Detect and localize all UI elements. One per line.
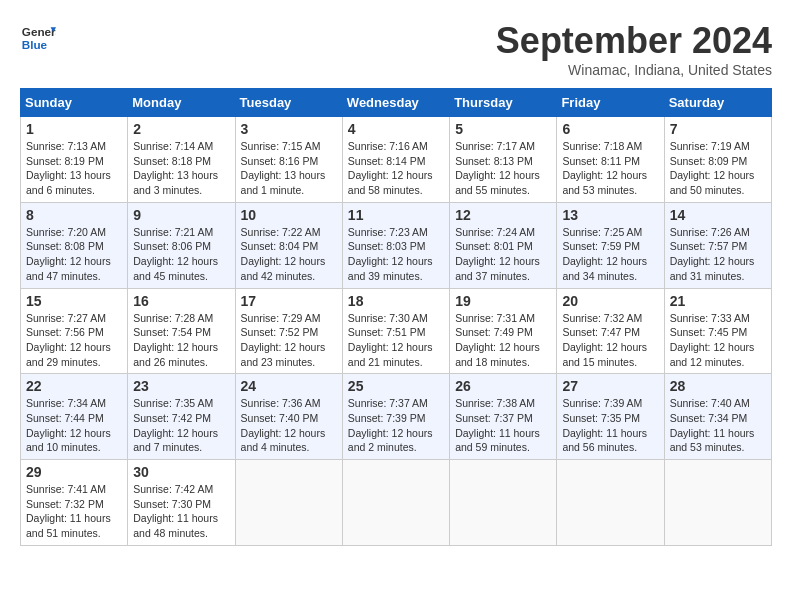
day-number: 1 xyxy=(26,121,122,137)
day-number: 26 xyxy=(455,378,551,394)
day-number: 4 xyxy=(348,121,444,137)
day-info: Sunrise: 7:17 AMSunset: 8:13 PMDaylight:… xyxy=(455,139,551,198)
calendar-cell: 27Sunrise: 7:39 AMSunset: 7:35 PMDayligh… xyxy=(557,374,664,460)
sunset-text: Sunset: 7:49 PM xyxy=(455,326,533,338)
daylight-text: Daylight: 12 hours and 42 minutes. xyxy=(241,255,326,282)
sunset-text: Sunset: 7:32 PM xyxy=(26,498,104,510)
day-info: Sunrise: 7:37 AMSunset: 7:39 PMDaylight:… xyxy=(348,396,444,455)
sunrise-text: Sunrise: 7:16 AM xyxy=(348,140,428,152)
sunrise-text: Sunrise: 7:13 AM xyxy=(26,140,106,152)
day-number: 13 xyxy=(562,207,658,223)
calendar-cell: 12Sunrise: 7:24 AMSunset: 8:01 PMDayligh… xyxy=(450,202,557,288)
calendar-day-header: Tuesday xyxy=(235,89,342,117)
sunrise-text: Sunrise: 7:17 AM xyxy=(455,140,535,152)
day-info: Sunrise: 7:34 AMSunset: 7:44 PMDaylight:… xyxy=(26,396,122,455)
sunrise-text: Sunrise: 7:32 AM xyxy=(562,312,642,324)
daylight-text: Daylight: 12 hours and 50 minutes. xyxy=(670,169,755,196)
calendar-week-row: 15Sunrise: 7:27 AMSunset: 7:56 PMDayligh… xyxy=(21,288,772,374)
calendar-day-header: Thursday xyxy=(450,89,557,117)
svg-text:Blue: Blue xyxy=(22,38,48,51)
day-number: 6 xyxy=(562,121,658,137)
day-number: 15 xyxy=(26,293,122,309)
day-info: Sunrise: 7:35 AMSunset: 7:42 PMDaylight:… xyxy=(133,396,229,455)
sunset-text: Sunset: 8:09 PM xyxy=(670,155,748,167)
calendar-cell xyxy=(664,460,771,546)
day-info: Sunrise: 7:18 AMSunset: 8:11 PMDaylight:… xyxy=(562,139,658,198)
calendar-cell: 3Sunrise: 7:15 AMSunset: 8:16 PMDaylight… xyxy=(235,117,342,203)
sunrise-text: Sunrise: 7:27 AM xyxy=(26,312,106,324)
daylight-text: Daylight: 12 hours and 2 minutes. xyxy=(348,427,433,454)
sunset-text: Sunset: 8:18 PM xyxy=(133,155,211,167)
sunrise-text: Sunrise: 7:21 AM xyxy=(133,226,213,238)
sunset-text: Sunset: 8:13 PM xyxy=(455,155,533,167)
sunrise-text: Sunrise: 7:18 AM xyxy=(562,140,642,152)
month-title: September 2024 xyxy=(496,20,772,62)
day-number: 27 xyxy=(562,378,658,394)
calendar-cell: 8Sunrise: 7:20 AMSunset: 8:08 PMDaylight… xyxy=(21,202,128,288)
day-number: 10 xyxy=(241,207,337,223)
day-number: 25 xyxy=(348,378,444,394)
calendar-cell: 11Sunrise: 7:23 AMSunset: 8:03 PMDayligh… xyxy=(342,202,449,288)
sunset-text: Sunset: 7:34 PM xyxy=(670,412,748,424)
day-number: 24 xyxy=(241,378,337,394)
day-info: Sunrise: 7:26 AMSunset: 7:57 PMDaylight:… xyxy=(670,225,766,284)
day-info: Sunrise: 7:24 AMSunset: 8:01 PMDaylight:… xyxy=(455,225,551,284)
day-number: 9 xyxy=(133,207,229,223)
sunset-text: Sunset: 7:35 PM xyxy=(562,412,640,424)
sunset-text: Sunset: 7:37 PM xyxy=(455,412,533,424)
day-number: 18 xyxy=(348,293,444,309)
sunset-text: Sunset: 7:59 PM xyxy=(562,240,640,252)
day-number: 21 xyxy=(670,293,766,309)
sunrise-text: Sunrise: 7:15 AM xyxy=(241,140,321,152)
day-info: Sunrise: 7:30 AMSunset: 7:51 PMDaylight:… xyxy=(348,311,444,370)
day-info: Sunrise: 7:22 AMSunset: 8:04 PMDaylight:… xyxy=(241,225,337,284)
daylight-text: Daylight: 12 hours and 55 minutes. xyxy=(455,169,540,196)
sunset-text: Sunset: 7:45 PM xyxy=(670,326,748,338)
sunrise-text: Sunrise: 7:41 AM xyxy=(26,483,106,495)
logo: General Blue xyxy=(20,20,56,56)
day-info: Sunrise: 7:13 AMSunset: 8:19 PMDaylight:… xyxy=(26,139,122,198)
day-info: Sunrise: 7:23 AMSunset: 8:03 PMDaylight:… xyxy=(348,225,444,284)
daylight-text: Daylight: 12 hours and 58 minutes. xyxy=(348,169,433,196)
day-info: Sunrise: 7:21 AMSunset: 8:06 PMDaylight:… xyxy=(133,225,229,284)
calendar-week-row: 22Sunrise: 7:34 AMSunset: 7:44 PMDayligh… xyxy=(21,374,772,460)
calendar-cell: 10Sunrise: 7:22 AMSunset: 8:04 PMDayligh… xyxy=(235,202,342,288)
day-number: 16 xyxy=(133,293,229,309)
day-number: 7 xyxy=(670,121,766,137)
day-info: Sunrise: 7:36 AMSunset: 7:40 PMDaylight:… xyxy=(241,396,337,455)
sunset-text: Sunset: 8:08 PM xyxy=(26,240,104,252)
day-number: 2 xyxy=(133,121,229,137)
sunrise-text: Sunrise: 7:33 AM xyxy=(670,312,750,324)
daylight-text: Daylight: 11 hours and 59 minutes. xyxy=(455,427,540,454)
sunrise-text: Sunrise: 7:14 AM xyxy=(133,140,213,152)
day-info: Sunrise: 7:41 AMSunset: 7:32 PMDaylight:… xyxy=(26,482,122,541)
daylight-text: Daylight: 12 hours and 7 minutes. xyxy=(133,427,218,454)
calendar-cell: 15Sunrise: 7:27 AMSunset: 7:56 PMDayligh… xyxy=(21,288,128,374)
sunset-text: Sunset: 7:52 PM xyxy=(241,326,319,338)
calendar-cell: 18Sunrise: 7:30 AMSunset: 7:51 PMDayligh… xyxy=(342,288,449,374)
calendar-cell xyxy=(342,460,449,546)
daylight-text: Daylight: 12 hours and 45 minutes. xyxy=(133,255,218,282)
sunset-text: Sunset: 7:51 PM xyxy=(348,326,426,338)
daylight-text: Daylight: 12 hours and 31 minutes. xyxy=(670,255,755,282)
day-number: 8 xyxy=(26,207,122,223)
svg-text:General: General xyxy=(22,25,56,38)
day-number: 23 xyxy=(133,378,229,394)
calendar-day-header: Friday xyxy=(557,89,664,117)
sunset-text: Sunset: 8:16 PM xyxy=(241,155,319,167)
location: Winamac, Indiana, United States xyxy=(496,62,772,78)
sunset-text: Sunset: 7:56 PM xyxy=(26,326,104,338)
calendar-cell: 17Sunrise: 7:29 AMSunset: 7:52 PMDayligh… xyxy=(235,288,342,374)
daylight-text: Daylight: 12 hours and 12 minutes. xyxy=(670,341,755,368)
sunset-text: Sunset: 8:11 PM xyxy=(562,155,640,167)
calendar-cell: 21Sunrise: 7:33 AMSunset: 7:45 PMDayligh… xyxy=(664,288,771,374)
sunset-text: Sunset: 7:39 PM xyxy=(348,412,426,424)
day-info: Sunrise: 7:39 AMSunset: 7:35 PMDaylight:… xyxy=(562,396,658,455)
sunrise-text: Sunrise: 7:20 AM xyxy=(26,226,106,238)
daylight-text: Daylight: 12 hours and 47 minutes. xyxy=(26,255,111,282)
sunrise-text: Sunrise: 7:39 AM xyxy=(562,397,642,409)
day-info: Sunrise: 7:38 AMSunset: 7:37 PMDaylight:… xyxy=(455,396,551,455)
sunrise-text: Sunrise: 7:29 AM xyxy=(241,312,321,324)
calendar-cell xyxy=(450,460,557,546)
sunset-text: Sunset: 8:06 PM xyxy=(133,240,211,252)
